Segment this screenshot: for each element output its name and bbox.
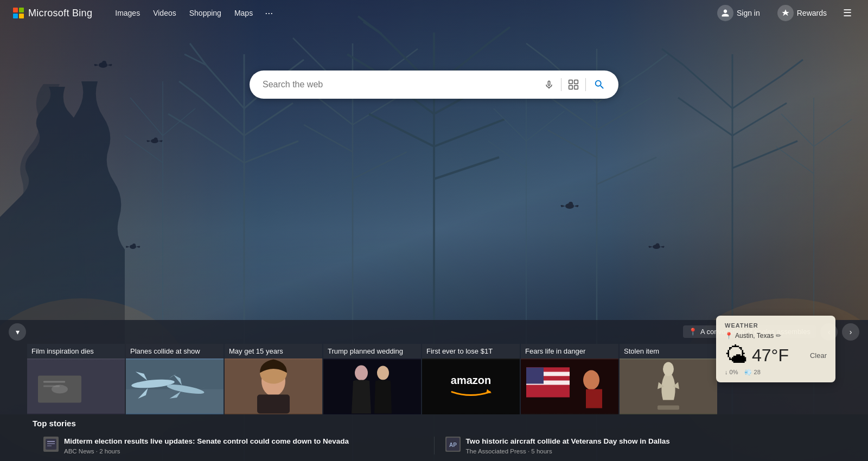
story-source-1: The Associated Press · 5 hours [466, 448, 825, 454]
svg-point-76 [656, 244, 660, 247]
news-card-4[interactable]: First ever to lose $1T amazon [422, 344, 520, 414]
nav-videos[interactable]: Videos [148, 5, 182, 21]
news-card-title-2: May get 15 years [225, 344, 322, 358]
visual-search-button[interactable] [565, 76, 582, 93]
carousel-collapse-button[interactable]: ▾ [9, 323, 26, 341]
sign-in-button[interactable]: Sign in [713, 3, 764, 23]
svg-rect-92 [257, 394, 290, 413]
news-card-6[interactable]: Stolen item [620, 344, 717, 414]
location-pin-icon: 📍 [725, 332, 733, 340]
top-stories-header: Top stories [0, 414, 868, 430]
story-item-1[interactable]: AP Two historic aircraft collide at Vete… [434, 437, 836, 454]
svg-rect-113 [47, 443, 55, 444]
svg-text:AP: AP [449, 442, 457, 448]
temp-value: 47 [752, 345, 771, 365]
news-card-2[interactable]: May get 15 years [225, 344, 322, 414]
carousel-next-button[interactable]: › [842, 323, 859, 341]
news-card-img-3 [323, 358, 421, 414]
news-card-img-6 [620, 358, 717, 414]
story-source-0: ABC News · 2 hours [64, 448, 423, 454]
svg-rect-79 [569, 86, 573, 89]
news-card-5[interactable]: Fears life in danger [521, 344, 618, 414]
news-card-img-1 [126, 358, 224, 414]
news-card-1[interactable]: Planes collide at show [126, 344, 224, 414]
search-box [250, 71, 618, 99]
search-divider [561, 78, 561, 91]
weather-widget: WEATHER 📍 Austin, Texas ✏ 🌤 47°F Clear ↓… [716, 316, 835, 382]
nav-shopping[interactable]: Shopping [184, 5, 227, 21]
news-card-img-2 [225, 358, 322, 414]
nav-images[interactable]: Images [110, 5, 145, 21]
svg-rect-105 [526, 367, 544, 383]
weather-details: ↓ 0% 💨 28 [725, 369, 827, 376]
svg-rect-112 [47, 441, 55, 442]
chevron-right-icon: › [850, 328, 852, 336]
news-card-img-5 [521, 358, 618, 414]
weather-edit-button[interactable]: ✏ [776, 332, 781, 340]
news-card-img-4: amazon [422, 358, 520, 414]
news-card-title-4: First ever to lose $1T [422, 344, 520, 358]
top-navigation: Microsoft Bing Images Videos Shopping Ma… [0, 0, 868, 26]
svg-rect-107 [586, 389, 602, 408]
logo-text: Microsoft Bing [28, 8, 92, 19]
nav-more[interactable]: ··· [260, 5, 277, 21]
news-card-title-1: Planes collide at show [126, 344, 224, 358]
logo-blue [13, 14, 18, 18]
weather-main: 🌤 47°F Clear [725, 344, 827, 367]
nav-links: Images Videos Shopping Maps ··· [110, 5, 277, 21]
top-stories: Midterm election results live updates: S… [0, 430, 868, 461]
hamburger-menu[interactable]: ☰ [840, 4, 855, 22]
weather-condition-text: Clear [810, 351, 827, 360]
svg-point-74 [132, 244, 136, 247]
story-icon-0 [43, 437, 59, 452]
story-icon-1: AP [445, 437, 461, 452]
user-icon [717, 5, 733, 21]
story-item-0[interactable]: Midterm election results live updates: S… [33, 437, 434, 454]
search-submit-button[interactable] [589, 75, 610, 94]
svg-rect-80 [575, 86, 578, 89]
weather-city: Austin, Texas [735, 332, 774, 340]
news-card-title-6: Stolen item [620, 344, 717, 358]
news-card-0[interactable]: Film inspiration dies [27, 344, 125, 414]
svg-rect-77 [569, 80, 573, 84]
svg-rect-94 [323, 359, 421, 413]
svg-point-96 [377, 366, 389, 380]
news-card-title-3: Trump planned wedding [323, 344, 421, 358]
weather-temperature: 47°F [752, 345, 789, 366]
svg-point-106 [583, 370, 599, 389]
news-card-title-5: Fears life in danger [521, 344, 618, 358]
news-card-title-0: Film inspiration dies [27, 344, 125, 358]
nav-right-area: Sign in Rewards ☰ [713, 3, 855, 23]
svg-rect-87 [126, 389, 224, 413]
news-card-3[interactable]: Trump planned wedding [323, 344, 421, 414]
top-stories-label: Top stories [33, 419, 87, 428]
svg-rect-97 [422, 359, 520, 413]
weather-condition-icon: 🌤 [725, 344, 748, 367]
story-title-1: Two historic aircraft collide at Veteran… [466, 437, 825, 446]
story-text-0: Midterm election results live updates: S… [64, 437, 423, 454]
weather-location: 📍 Austin, Texas ✏ [725, 332, 827, 340]
story-title-0: Midterm election results live updates: S… [64, 437, 423, 446]
location-pin-icon: 📍 [688, 328, 697, 336]
svg-rect-109 [658, 405, 679, 409]
weather-precip: ↓ 0% [725, 369, 738, 376]
logo-area[interactable]: Microsoft Bing [13, 8, 92, 19]
rewards-icon [777, 5, 794, 21]
weather-wind: 💨 28 [744, 369, 760, 376]
nav-maps[interactable]: Maps [229, 5, 258, 21]
rewards-label: Rewards [797, 9, 827, 17]
svg-point-95 [355, 365, 368, 380]
svg-point-110 [663, 362, 674, 376]
svg-rect-85 [43, 385, 60, 387]
story-text-1: Two historic aircraft collide at Veteran… [466, 437, 825, 454]
rewards-button[interactable]: Rewards [773, 3, 831, 23]
voice-search-button[interactable] [540, 76, 558, 93]
logo-yellow [19, 14, 24, 18]
svg-rect-78 [575, 80, 578, 84]
chevron-down-icon: ▾ [16, 328, 20, 336]
microsoft-logo [13, 8, 24, 18]
search-input[interactable] [258, 80, 540, 89]
svg-point-70 [154, 138, 158, 142]
logo-green [19, 8, 24, 12]
svg-point-72 [569, 202, 573, 206]
